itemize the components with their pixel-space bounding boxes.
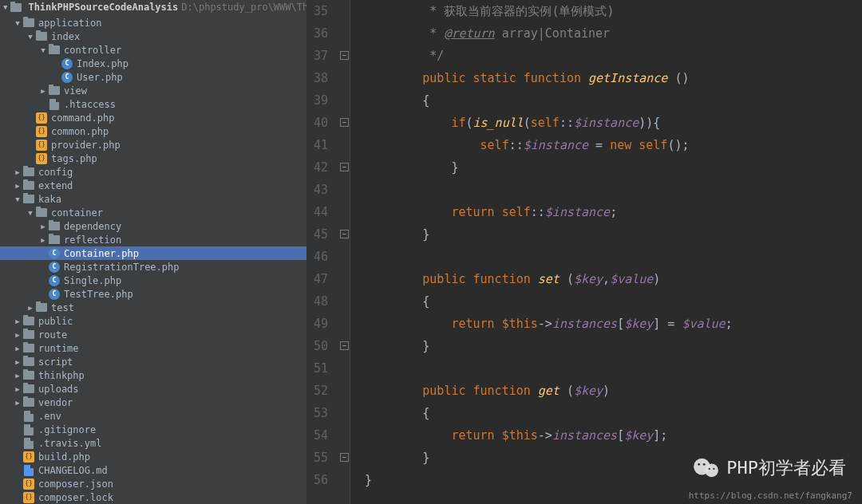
line-number[interactable]: 50 bbox=[314, 335, 328, 357]
code-line[interactable]: return $this->instances[$key] = $value; bbox=[365, 313, 848, 335]
tree-item-index[interactable]: ▼index bbox=[0, 30, 306, 43]
tree-item-Single-php[interactable]: ▶CSingle.php bbox=[0, 274, 306, 287]
code-line[interactable]: * 获取当前容器的实例(单例模式) bbox=[365, 0, 848, 22]
fold-toggle-icon[interactable]: − bbox=[340, 341, 349, 350]
tree-label: view bbox=[64, 85, 87, 96]
line-number[interactable]: 35 bbox=[314, 0, 328, 22]
folder-icon bbox=[48, 222, 61, 230]
line-number[interactable]: 52 bbox=[314, 380, 328, 402]
line-number[interactable]: 47 bbox=[314, 268, 328, 290]
line-number[interactable]: 41 bbox=[314, 134, 328, 156]
tree-item-CHANGELOG-md[interactable]: ▶CHANGELOG.md bbox=[0, 463, 306, 477]
line-number[interactable]: 40 bbox=[314, 112, 328, 134]
tree-item-Container-php[interactable]: ▶CContainer.php bbox=[0, 246, 306, 260]
tree-item-thinkphp[interactable]: ▶thinkphp bbox=[0, 368, 306, 382]
line-number[interactable]: 43 bbox=[314, 179, 328, 201]
tree-item-controller[interactable]: ▼controller bbox=[0, 43, 306, 57]
tree-item-composer-lock[interactable]: ▶{}composer.lock bbox=[0, 490, 306, 504]
code-line[interactable]: return self::$instance; bbox=[365, 201, 848, 223]
code-line[interactable]: public function get ($key) bbox=[365, 380, 848, 402]
folder-icon bbox=[48, 235, 61, 244]
code-line[interactable] bbox=[365, 357, 848, 380]
folder-icon bbox=[22, 181, 35, 190]
tree-item-TestTree-php[interactable]: ▶CTestTree.php bbox=[0, 287, 306, 301]
line-number[interactable]: 51 bbox=[314, 357, 328, 380]
tree-item-RegistrationTree-php[interactable]: ▶CRegistrationTree.php bbox=[0, 260, 306, 274]
line-number[interactable]: 45 bbox=[314, 223, 328, 246]
tree-item-view[interactable]: ▶view bbox=[0, 84, 306, 97]
line-gutter[interactable]: 3536373839404142434445464748495051525354… bbox=[307, 0, 339, 504]
line-number[interactable]: 53 bbox=[314, 402, 328, 424]
tree-item-dependency[interactable]: ▶dependency bbox=[0, 219, 306, 233]
tree-item-command-php[interactable]: ▶{}command.php bbox=[0, 111, 306, 124]
code-line[interactable]: */ bbox=[365, 45, 848, 67]
code-line[interactable]: self::$instance = new self(); bbox=[365, 134, 848, 156]
code-line[interactable] bbox=[365, 179, 848, 201]
tree-item-common-php[interactable]: ▶{}common.php bbox=[0, 124, 306, 138]
line-number[interactable]: 44 bbox=[314, 201, 328, 223]
chevron-right-icon: ▶ bbox=[38, 87, 48, 95]
tree-item-User-php[interactable]: ▶CUser.php bbox=[0, 70, 306, 84]
project-header[interactable]: ▼ ThinkPHPSourceCodeAnalysis D:\phpstudy… bbox=[0, 0, 306, 14]
fold-toggle-icon[interactable]: − bbox=[340, 163, 349, 171]
code-line[interactable]: } bbox=[365, 223, 848, 246]
fold-toggle-icon[interactable]: − bbox=[340, 51, 349, 60]
line-number[interactable]: 37 bbox=[314, 45, 328, 67]
markdown-icon bbox=[22, 465, 35, 476]
tree-label: kaka bbox=[38, 194, 61, 205]
line-number[interactable]: 39 bbox=[314, 89, 328, 112]
fold-toggle-icon[interactable]: − bbox=[340, 453, 349, 462]
tree-item-uploads[interactable]: ▶uploads bbox=[0, 382, 306, 396]
code-line[interactable]: } bbox=[365, 335, 848, 357]
chevron-down-icon: ▼ bbox=[13, 195, 22, 203]
tree-item-test[interactable]: ▶test bbox=[0, 301, 306, 314]
code-line[interactable]: public function set ($key,$value) bbox=[365, 268, 848, 290]
code-line[interactable]: { bbox=[365, 89, 848, 112]
tree-item-config[interactable]: ▶config bbox=[0, 165, 306, 179]
code-line[interactable]: public static function getInstance () bbox=[365, 67, 848, 89]
code-area[interactable]: * 获取当前容器的实例(单例模式) * @return array|Contai… bbox=[350, 0, 862, 504]
tree-item-provider-php[interactable]: ▶{}provider.php bbox=[0, 138, 306, 152]
tree-item-extend[interactable]: ▶extend bbox=[0, 179, 306, 192]
tree-item-build-php[interactable]: ▶{}build.php bbox=[0, 450, 306, 463]
tree-item-reflection[interactable]: ▶reflection bbox=[0, 233, 306, 246]
code-line[interactable]: * @return array|Container bbox=[365, 22, 848, 45]
tree-item-composer-json[interactable]: ▶{}composer.json bbox=[0, 477, 306, 490]
line-number[interactable]: 48 bbox=[314, 290, 328, 313]
fold-toggle-icon[interactable]: − bbox=[340, 230, 349, 238]
tree-item-Index-php[interactable]: ▶CIndex.php bbox=[0, 57, 306, 70]
folder-icon bbox=[22, 167, 35, 176]
line-number[interactable]: 46 bbox=[314, 246, 328, 268]
line-number[interactable]: 56 bbox=[314, 469, 328, 491]
tree-item-tags-php[interactable]: ▶{}tags.php bbox=[0, 152, 306, 165]
wechat-icon bbox=[693, 457, 720, 479]
line-number[interactable]: 42 bbox=[314, 156, 328, 179]
tree-item-runtime[interactable]: ▶runtime bbox=[0, 341, 306, 355]
code-line[interactable] bbox=[365, 246, 848, 268]
tree-item--gitignore[interactable]: ▶.gitignore bbox=[0, 423, 306, 436]
code-line[interactable]: } bbox=[365, 156, 848, 179]
php-class-icon: C bbox=[61, 58, 73, 69]
tree-item-route[interactable]: ▶route bbox=[0, 328, 306, 341]
tree-item-script[interactable]: ▶script bbox=[0, 355, 306, 368]
tree-item-vendor[interactable]: ▶vendor bbox=[0, 396, 306, 409]
tree-item-public[interactable]: ▶public bbox=[0, 314, 306, 328]
tree-item-container[interactable]: ▼container bbox=[0, 206, 306, 219]
line-number[interactable]: 55 bbox=[314, 447, 328, 469]
tree-label: composer.lock bbox=[38, 492, 113, 503]
fold-toggle-icon[interactable]: − bbox=[340, 118, 349, 127]
tree-item-kaka[interactable]: ▼kaka bbox=[0, 192, 306, 206]
tree-item-application[interactable]: ▼application bbox=[0, 16, 306, 30]
line-number[interactable]: 49 bbox=[314, 313, 328, 335]
code-line[interactable]: { bbox=[365, 290, 848, 313]
line-number[interactable]: 54 bbox=[314, 424, 328, 447]
fold-column[interactable]: −−−−−− bbox=[339, 0, 350, 504]
line-number[interactable]: 36 bbox=[314, 22, 328, 45]
tree-item--travis-yml[interactable]: ▶.travis.yml bbox=[0, 436, 306, 450]
tree-item--env[interactable]: ▶.env bbox=[0, 409, 306, 423]
code-line[interactable]: if(is_null(self::$instance)){ bbox=[365, 112, 848, 134]
line-number[interactable]: 38 bbox=[314, 67, 328, 89]
tree-item--htaccess[interactable]: ▶.htaccess bbox=[0, 97, 306, 111]
code-line[interactable]: return $this->instances[$key]; bbox=[365, 424, 848, 447]
code-line[interactable]: { bbox=[365, 402, 848, 424]
